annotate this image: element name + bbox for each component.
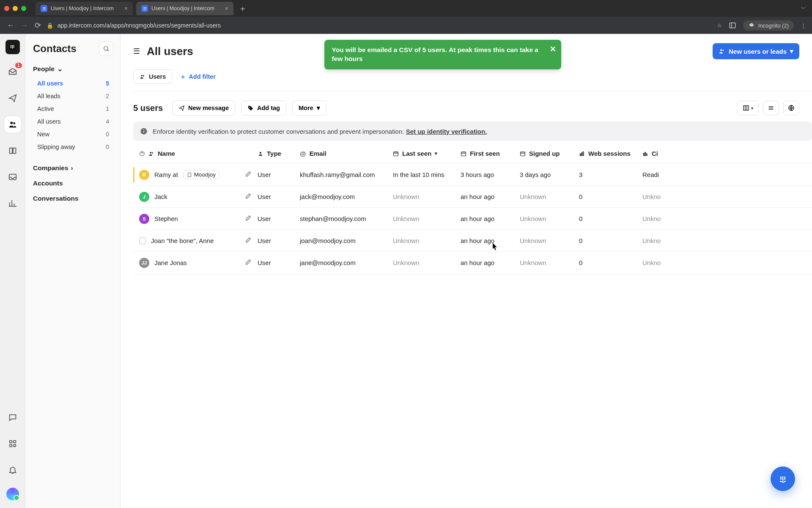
- svg-rect-29: [143, 130, 144, 130]
- filter-users-pill[interactable]: Users: [133, 69, 172, 84]
- incognito-badge[interactable]: Incognito (2): [743, 20, 794, 30]
- intercom-logo-icon[interactable]: [5, 40, 20, 54]
- caret-down-icon: ▾: [751, 106, 753, 110]
- kebab-menu-icon[interactable]: ⋮: [801, 22, 806, 29]
- cell-city: Unkno: [642, 237, 693, 244]
- tab-close-icon[interactable]: ×: [124, 5, 128, 12]
- reload-icon[interactable]: ⟳: [33, 21, 42, 30]
- table-header: Name Type @ Email Last seen ▾: [133, 144, 812, 164]
- panel-icon[interactable]: [729, 22, 736, 29]
- cell-first-seen: an hour ago: [461, 215, 520, 222]
- back-icon[interactable]: ←: [6, 21, 15, 30]
- sidebar-item-new[interactable]: New 0: [33, 128, 113, 141]
- sidebar-item-all-users[interactable]: All users 5: [33, 77, 113, 90]
- tab-close-icon[interactable]: ×: [225, 5, 228, 12]
- col-first-seen[interactable]: First seen: [461, 150, 520, 157]
- sidebar-item-all-users[interactable]: All users 4: [33, 115, 113, 128]
- cell-signed-up: Unknown: [520, 193, 579, 200]
- people-icon: [148, 151, 154, 157]
- sidebar-item-count: 2: [106, 93, 109, 99]
- svg-point-7: [13, 122, 15, 124]
- collapse-sidebar-icon[interactable]: ☰: [133, 47, 140, 56]
- nav-notifications[interactable]: [4, 461, 21, 478]
- main-panel: You will be emailed a CSV of 5 users. At…: [121, 34, 812, 508]
- banner-link[interactable]: Set up identity verification.: [406, 128, 487, 135]
- nav-profile-avatar[interactable]: [6, 488, 19, 500]
- url-field[interactable]: app.intercom.com/a/apps/nnsgmgob/users/s…: [58, 22, 713, 29]
- table-row[interactable]: Joan "the bone", Anne User joan@moodjoy.…: [133, 230, 812, 252]
- nav-inbox[interactable]: 1: [4, 64, 21, 80]
- window-controls[interactable]: [4, 6, 26, 11]
- edit-icon[interactable]: [245, 259, 252, 267]
- sidebar-conversations[interactable]: Conversations: [33, 195, 113, 202]
- browser-tab-active[interactable]: ☰ Users | Moodjoy | Intercom ×: [136, 2, 233, 15]
- export-toast: You will be emailed a CSV of 5 users. At…: [324, 40, 561, 69]
- table-row[interactable]: S Stephen User stephan@moodjoy.com Unkno…: [133, 208, 812, 230]
- col-email[interactable]: @ Email: [300, 150, 393, 157]
- add-filter-button[interactable]: ＋ Add filter: [180, 73, 216, 81]
- user-avatar: S: [139, 214, 149, 224]
- edit-icon[interactable]: [245, 215, 252, 223]
- user-name: Ramy at: [154, 171, 178, 178]
- sidebar-item-label: All users: [37, 118, 61, 125]
- nav-apps[interactable]: [4, 435, 21, 452]
- address-bar: ← → ⟳ 🔒 app.intercom.com/a/apps/nnsgmgob…: [0, 17, 812, 34]
- nav-articles[interactable]: [4, 142, 21, 159]
- nav-contacts[interactable]: [4, 116, 21, 133]
- sidebar-accounts[interactable]: Accounts: [33, 179, 113, 187]
- window-minimize-icon[interactable]: [13, 6, 18, 11]
- sidebar-people-toggle[interactable]: People ⌄: [33, 65, 113, 73]
- svg-rect-44: [583, 152, 584, 155]
- col-signed-up[interactable]: Signed up: [520, 150, 579, 157]
- browser-tab[interactable]: ☰ Users | Moodjoy | Intercom ×: [36, 2, 133, 15]
- nav-inbox2[interactable]: [4, 168, 21, 185]
- window-zoom-icon[interactable]: [21, 6, 26, 11]
- company-chip[interactable]: Moodjoy: [183, 170, 219, 179]
- svg-point-16: [722, 50, 724, 51]
- nav-outbound[interactable]: [4, 90, 21, 107]
- nav-messenger[interactable]: [4, 409, 21, 426]
- sidebar-item-all-leads[interactable]: All leads 2: [33, 90, 113, 102]
- cell-signed-up: Unknown: [520, 215, 579, 222]
- new-tab-button[interactable]: ＋: [237, 3, 249, 14]
- sidebar-item-slipping-away[interactable]: Slipping away 0: [33, 141, 113, 153]
- sidebar-companies-toggle[interactable]: Companies ›: [33, 164, 113, 172]
- columns-config-button[interactable]: ▾: [737, 101, 759, 115]
- edit-icon[interactable]: [245, 193, 252, 201]
- table-row[interactable]: J Jack User jack@moodjoy.com Unknown an …: [133, 186, 812, 208]
- edit-icon[interactable]: [245, 171, 252, 179]
- svg-rect-45: [643, 153, 644, 155]
- window-close-icon[interactable]: [4, 6, 9, 11]
- bookmark-icon[interactable]: ☆: [717, 22, 722, 29]
- caret-down-icon: ▾: [317, 105, 320, 111]
- cell-email: stephan@moodjoy.com: [300, 215, 393, 222]
- sidebar-search-button[interactable]: [99, 41, 113, 56]
- table-row[interactable]: JJ Jane Jonas User jane@moodjoy.com Unkn…: [133, 252, 812, 274]
- svg-point-33: [260, 152, 261, 153]
- more-menu-button[interactable]: More ▾: [292, 100, 326, 116]
- col-last-seen[interactable]: Last seen ▾: [393, 150, 461, 157]
- new-message-button[interactable]: New message: [172, 100, 235, 116]
- col-type[interactable]: Type: [258, 150, 300, 157]
- forward-icon[interactable]: →: [19, 21, 29, 30]
- bar-chart-icon: [642, 151, 648, 157]
- bar-chart-icon: [579, 151, 585, 157]
- new-users-leads-button[interactable]: New users or leads ▾: [713, 43, 799, 59]
- edit-icon[interactable]: [245, 237, 252, 245]
- filter-users-label: Users: [149, 73, 166, 80]
- sidebar-item-label: Active: [37, 105, 54, 112]
- col-name[interactable]: Name: [139, 150, 258, 157]
- list-view-toggle[interactable]: [763, 101, 779, 115]
- nav-reports[interactable]: [4, 195, 21, 212]
- sidebar-item-count: 5: [106, 80, 109, 87]
- sidebar-item-active[interactable]: Active 1: [33, 102, 113, 115]
- tabs-overflow-icon[interactable]: ﹀: [801, 5, 806, 12]
- table-row[interactable]: R Ramy at Moodjoy User khuffash.ramy@gma…: [133, 164, 812, 186]
- globe-view-toggle[interactable]: [783, 101, 799, 115]
- add-tag-button[interactable]: Add tag: [241, 100, 286, 116]
- col-web-sessions[interactable]: Web sessions: [579, 150, 642, 157]
- lock-icon[interactable]: 🔒: [47, 22, 53, 29]
- intercom-launcher[interactable]: [771, 467, 795, 491]
- toast-close-icon[interactable]: ✕: [550, 44, 556, 54]
- col-city[interactable]: Ci: [642, 150, 693, 157]
